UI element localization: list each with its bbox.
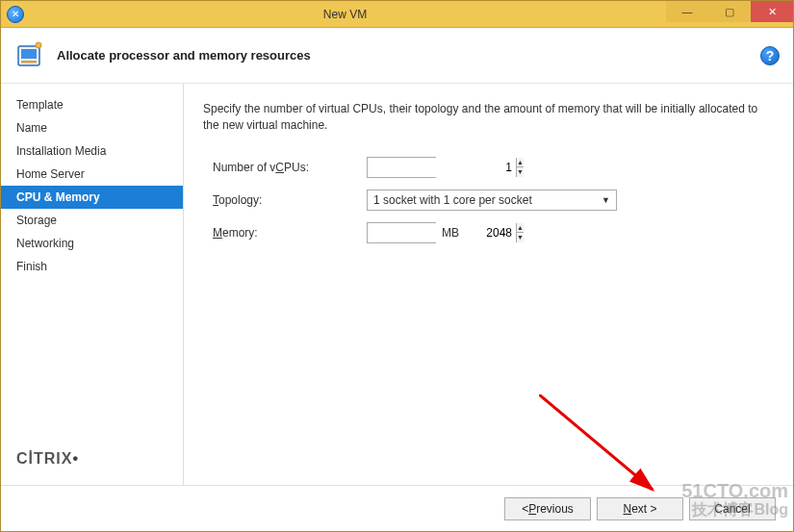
- svg-rect-1: [21, 49, 37, 59]
- vcpus-spinner[interactable]: ▲ ▼: [367, 157, 436, 178]
- svg-point-3: [36, 42, 41, 48]
- brand-logo: CİTRIX•: [1, 450, 183, 485]
- system-icon[interactable]: ✕: [7, 6, 24, 23]
- close-button[interactable]: ✕: [751, 1, 793, 22]
- step-installation-media[interactable]: Installation Media: [1, 139, 183, 163]
- vcpus-input[interactable]: [368, 158, 516, 177]
- topology-selected: 1 socket with 1 core per socket: [373, 193, 532, 207]
- step-home-server[interactable]: Home Server: [1, 163, 183, 186]
- page-description: Specify the number of virtual CPUs, thei…: [203, 101, 774, 134]
- row-vcpus: Number of vCPUs: ▲ ▼: [203, 157, 774, 178]
- memory-spinner[interactable]: ▲ ▼: [367, 222, 436, 243]
- titlebar: ✕ New VM — ▢ ✕: [1, 1, 793, 28]
- step-finish[interactable]: Finish: [1, 255, 183, 278]
- next-button[interactable]: Next >: [597, 497, 683, 520]
- memory-up-icon[interactable]: ▲: [517, 223, 524, 234]
- step-name[interactable]: Name: [1, 116, 183, 139]
- step-list: Template Name Installation Media Home Se…: [1, 93, 183, 450]
- minimize-button[interactable]: —: [666, 1, 708, 22]
- label-vcpus: Number of vCPUs:: [213, 161, 367, 174]
- vcpus-up-icon[interactable]: ▲: [517, 158, 524, 168]
- previous-button[interactable]: < Previous: [504, 497, 591, 520]
- row-topology: Topology: 1 socket with 1 core per socke…: [203, 190, 774, 211]
- step-storage[interactable]: Storage: [1, 209, 183, 232]
- step-networking[interactable]: Networking: [1, 232, 183, 255]
- wizard-icon: [14, 40, 45, 71]
- label-topology: Topology:: [213, 193, 367, 207]
- topology-dropdown[interactable]: 1 socket with 1 core per socket ▼: [367, 190, 617, 211]
- wizard-footer: < Previous Next > Cancel: [1, 485, 793, 531]
- row-memory: Memory: ▲ ▼ MB: [203, 222, 774, 243]
- maximize-button[interactable]: ▢: [708, 1, 751, 22]
- help-icon[interactable]: ?: [760, 46, 780, 65]
- wizard-sidebar: Template Name Installation Media Home Se…: [1, 84, 184, 485]
- memory-down-icon[interactable]: ▼: [517, 233, 524, 242]
- memory-unit: MB: [442, 226, 459, 240]
- label-memory: Memory:: [213, 226, 367, 240]
- page-title: Allocate processor and memory resources: [57, 48, 749, 63]
- step-template[interactable]: Template: [1, 93, 183, 116]
- wizard-content: Specify the number of virtual CPUs, thei…: [184, 84, 793, 485]
- wizard-header: Allocate processor and memory resources …: [1, 28, 793, 84]
- vcpus-down-icon[interactable]: ▼: [517, 167, 524, 177]
- cancel-button[interactable]: Cancel: [689, 497, 776, 520]
- window-title: New VM: [24, 8, 666, 21]
- svg-rect-2: [21, 61, 37, 63]
- chevron-down-icon: ▼: [602, 195, 610, 205]
- step-cpu-memory[interactable]: CPU & Memory: [1, 186, 183, 209]
